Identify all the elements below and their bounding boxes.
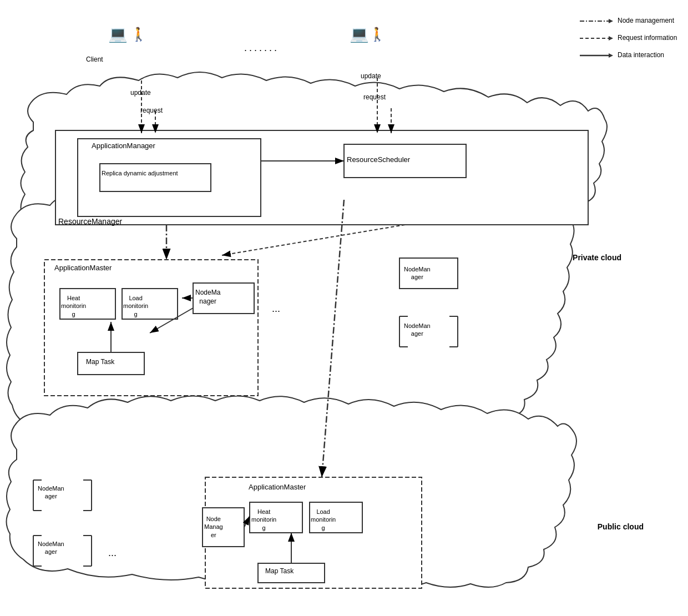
map-task-public-label: Map Task <box>265 567 294 576</box>
dots-private: ... <box>272 302 280 315</box>
svg-line-57 <box>222 225 405 255</box>
svg-line-53 <box>150 308 193 333</box>
dots-between-clients: ....... <box>244 42 279 54</box>
diagram: Client 💻 🚶 update request ....... 💻 🚶 up… <box>0 0 688 616</box>
dots-public: ... <box>108 547 117 559</box>
application-manager-label: ApplicationManager <box>92 142 155 151</box>
right-client-computer-icon: 💻 <box>350 25 369 43</box>
node-manager-private-label: NodeManager <box>195 289 220 306</box>
node-manager-private-right-2-label: NodeManager <box>404 322 431 338</box>
right-client-request-label: request <box>363 93 386 102</box>
svg-marker-61 <box>609 36 613 41</box>
svg-marker-59 <box>609 19 613 23</box>
replica-dynamic-label: Replica dynamic adjustment <box>102 169 178 177</box>
app-master-public-label: ApplicationMaster <box>249 483 306 492</box>
svg-line-55 <box>244 516 250 527</box>
load-monitoring-public-label: Loadmonitoring <box>311 508 336 532</box>
node-manager-public-left-1-label: NodeManager <box>38 484 64 501</box>
data-interaction-legend-text: Data interaction <box>618 51 664 60</box>
resource-scheduler-label: ResourceScheduler <box>347 155 410 165</box>
resource-manager-label: ResourceManager <box>58 216 122 226</box>
svg-rect-6 <box>100 164 211 191</box>
node-management-legend-text: Node management <box>618 17 674 26</box>
client-person-icon: 🚶 <box>130 27 147 42</box>
svg-line-51 <box>322 200 344 477</box>
node-manager-public-label: NodeManager <box>204 515 223 539</box>
app-master-private-label: ApplicationMaster <box>54 264 112 273</box>
client-update-label: update <box>130 89 151 98</box>
private-cloud-label: Private cloud <box>573 253 621 262</box>
map-task-private-label: Map Task <box>86 358 114 367</box>
svg-rect-8 <box>44 260 258 396</box>
right-client-person-icon: 🚶 <box>369 27 386 42</box>
request-info-legend-text: Request information <box>618 34 677 43</box>
heat-monitoring-public-label: Heatmonitoring <box>251 508 276 532</box>
heat-monitoring-private-label: Heatmonitoring <box>61 294 86 318</box>
node-manager-public-left-2-label: NodeManager <box>38 540 64 556</box>
legend: Node management Request information Data… <box>580 17 680 67</box>
svg-rect-27 <box>205 477 422 588</box>
client-computer-icon: 💻 <box>108 25 128 43</box>
client-request-label: request <box>140 107 163 115</box>
svg-marker-63 <box>609 53 613 58</box>
client-label: Client <box>86 55 103 64</box>
node-manager-private-right-1-label: NodeManager <box>404 265 431 281</box>
load-monitoring-private-label: Loadmonitoring <box>123 294 148 318</box>
public-cloud-label: Public cloud <box>598 522 644 532</box>
right-client-update-label: update <box>361 72 381 81</box>
